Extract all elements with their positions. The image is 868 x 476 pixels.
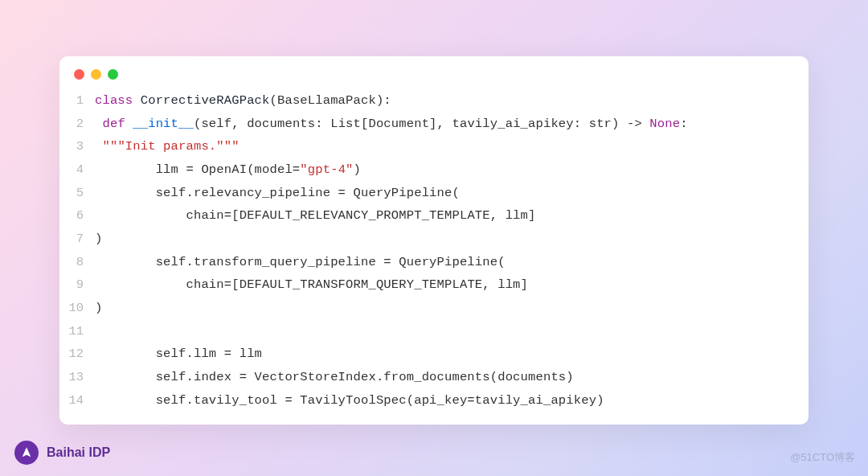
code-line: 6 chain=[DEFAULT_RELEVANCY_PROMPT_TEMPLA…	[66, 204, 794, 228]
line-number: 6	[66, 204, 95, 228]
code-content: chain=[DEFAULT_TRANSFORM_QUERY_TEMPLATE,…	[95, 273, 528, 297]
code-line: 14 self.tavily_tool = TavilyToolSpec(api…	[66, 389, 794, 412]
code-line: 9 chain=[DEFAULT_TRANSFORM_QUERY_TEMPLAT…	[66, 273, 794, 297]
line-number: 11	[66, 320, 95, 343]
code-line: 3 """Init params."""	[66, 135, 794, 158]
code-content: class CorrectiveRAGPack(BaseLlamaPack):	[95, 89, 391, 113]
brand-text: Baihai IDP	[47, 445, 110, 460]
code-content: """Init params."""	[95, 135, 240, 158]
code-window: 1class CorrectiveRAGPack(BaseLlamaPack):…	[59, 56, 809, 425]
watermark: @51CTO博客	[790, 450, 855, 465]
maximize-icon[interactable]	[108, 69, 118, 80]
code-content: self.llm = llm	[95, 343, 262, 366]
line-number: 12	[66, 343, 95, 366]
line-number: 8	[66, 251, 95, 274]
code-line: 13 self.index = VectorStoreIndex.from_do…	[66, 366, 794, 389]
code-content: self.tavily_tool = TavilyToolSpec(api_ke…	[95, 389, 604, 412]
close-icon[interactable]	[74, 69, 84, 80]
line-number: 2	[66, 113, 95, 136]
logo-icon	[14, 441, 39, 465]
code-line: 2 def __init__(self, documents: List[Doc…	[66, 113, 794, 136]
traffic-lights	[59, 56, 809, 89]
code-line: 5 self.relevancy_pipeline = QueryPipelin…	[66, 182, 794, 205]
footer-brand: Baihai IDP	[14, 441, 110, 465]
line-number: 13	[66, 366, 95, 389]
code-line: 8 self.transform_query_pipeline = QueryP…	[66, 251, 794, 274]
line-number: 7	[66, 228, 95, 251]
code-content: self.index = VectorStoreIndex.from_docum…	[95, 366, 574, 389]
code-body: 1class CorrectiveRAGPack(BaseLlamaPack):…	[59, 89, 809, 412]
code-line: 11	[66, 320, 794, 343]
code-content: chain=[DEFAULT_RELEVANCY_PROMPT_TEMPLATE…	[95, 204, 535, 228]
minimize-icon[interactable]	[91, 69, 101, 80]
line-number: 3	[66, 135, 95, 158]
code-content: def __init__(self, documents: List[Docum…	[95, 113, 688, 136]
line-number: 5	[66, 182, 95, 205]
code-line: 10)	[66, 297, 794, 320]
code-content: self.transform_query_pipeline = QueryPip…	[95, 251, 506, 274]
code-line: 7)	[66, 228, 794, 251]
code-content: )	[95, 228, 102, 251]
code-line: 4 llm = OpenAI(model="gpt-4")	[66, 158, 794, 182]
line-number: 1	[66, 89, 95, 113]
code-content: )	[95, 297, 102, 320]
line-number: 4	[66, 158, 95, 182]
code-content: llm = OpenAI(model="gpt-4")	[95, 158, 361, 182]
code-content: self.relevancy_pipeline = QueryPipeline(	[95, 182, 460, 205]
code-line: 12 self.llm = llm	[66, 343, 794, 366]
code-line: 1class CorrectiveRAGPack(BaseLlamaPack):	[66, 89, 794, 113]
line-number: 9	[66, 273, 95, 297]
line-number: 14	[66, 389, 95, 412]
line-number: 10	[66, 297, 95, 320]
